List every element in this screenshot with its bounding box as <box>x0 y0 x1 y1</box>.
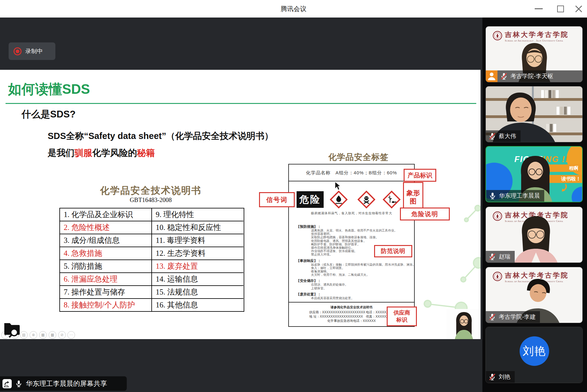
list-item: 使用防爆电器、通风、照明及其他设备。 <box>289 239 414 243</box>
list-item: 16. 其他信息 <box>152 299 243 311</box>
list-item: 上锁保管。 <box>289 287 414 290</box>
list-item: 11. 毒理学资料 <box>152 234 243 247</box>
participant-namebar: 华东理工李晨晨 <box>486 190 544 202</box>
list-item: 1. 化学品及企业标识 <box>60 208 151 221</box>
list-item: 在阴凉、通风良好处储存。 <box>289 283 414 286</box>
mic-on-icon <box>15 380 23 388</box>
participant-tile[interactable]: 蔡大伟 <box>485 86 583 142</box>
disposal-lines: 本品或其容器采用焚烧法处置。 <box>289 296 414 300</box>
address-line: 地 址：XXXXXXXXXXXXXXXXXXXX <box>309 315 363 319</box>
maximize-button[interactable] <box>553 0 567 18</box>
list-item: 7. 操作处置与储存 <box>60 286 151 299</box>
section-heading: 【安全储存】： <box>289 279 414 283</box>
flame-pictogram-icon <box>330 191 348 208</box>
label-sections: 【预防措施】： 远离热源、火花、明火、热表面。使用不产生火花的工具作业。保持容器… <box>289 222 414 300</box>
toolbar-card-icon[interactable]: ▦ <box>39 331 47 339</box>
annotation-supplier-id: 供应商标识 <box>387 307 417 326</box>
screen-share-stage: 录制中 如何读懂SDS 什么是SDS? SDS全称“Safety data sh… <box>0 18 482 392</box>
banner-chinese-text: 吉林大学考古学院 <box>505 30 580 39</box>
toolbar-video-off-icon[interactable]: ⊘ <box>58 331 66 339</box>
presenter-figure <box>450 311 477 339</box>
toolbar-board-icon[interactable]: ▩ <box>49 331 56 339</box>
label-divider <box>289 181 414 181</box>
screen-share-banner: 华东理工李晨晨的屏幕共享 <box>0 376 127 391</box>
participant-namebar: 考古学院-李天枢 <box>486 70 582 82</box>
list-item: 10. 稳定性和反应性 <box>152 221 243 234</box>
shared-slide: 如何读懂SDS 什么是SDS? SDS全称“Safety data sheet”… <box>0 70 481 339</box>
participant-name: 蔡大伟 <box>499 132 516 140</box>
mic-muted-icon <box>488 313 496 321</box>
storage-lines: 在阴凉、通风良好处储存。上锁保管。 <box>289 283 414 290</box>
safety-label-title: 化学品安全标签 <box>314 152 403 163</box>
window-title: 腾讯会议 <box>0 5 587 13</box>
recording-indicator[interactable]: 录制中 <box>9 42 55 60</box>
blue-circle-decor-small <box>572 187 583 202</box>
list-item: 6. 泄漏应急处理 <box>60 273 151 286</box>
sds-sections-table: 1. 化学品及企业标识2. 危险性概述3. 成分/组成信息4. 急救措施5. 消… <box>59 208 244 312</box>
response-lines: 如皮肤（或头发）接触：立即脱掉所有被污染的衣服。用水冲洗皮肤、淋浴。食入：催吐，… <box>289 263 414 277</box>
hazard-statement: 极易燃液体和蒸气，食入致死，对水生生物毒性非常大 <box>289 211 414 216</box>
participant-namebar: 蔡大伟 <box>486 130 521 142</box>
screen-share-icon <box>2 379 12 388</box>
title-divider <box>6 103 476 104</box>
list-item: 8. 接触控制/个人防护 <box>60 299 151 311</box>
minimize-icon <box>535 8 543 9</box>
list-item: 本品或其容器采用焚烧法处置。 <box>289 296 414 300</box>
participant-name: 华东理工李晨晨 <box>499 192 540 200</box>
sds-table-title: 化学品安全技术说明书 <box>55 184 246 197</box>
list-item: 14. 运输信息 <box>152 273 243 286</box>
list-item: 12. 生态学资料 <box>152 247 243 260</box>
participant-name: 考古学院-李天枢 <box>510 72 553 80</box>
label-divider <box>289 302 414 303</box>
list-item: 15. 法规信息 <box>152 286 243 299</box>
list-item: 9. 理化特性 <box>152 208 243 221</box>
sds-secret-line: 是我们驯服化学风险的秘籍 <box>48 147 155 159</box>
slide-question: 什么是SDS? <box>22 108 76 121</box>
list-item: 保持容器密闭。 <box>289 232 414 236</box>
mic-muted-icon <box>500 72 508 80</box>
presenter-webcam <box>447 309 481 339</box>
list-item: 如皮肤（或头发）接触：立即脱掉所有被污染的衣服。用水冲洗皮肤、淋浴。 <box>289 263 414 266</box>
participant-tile[interactable]: 吉林大学考古学院 School of Archaeology , Jilin U… <box>485 207 583 263</box>
maximize-icon <box>557 6 564 12</box>
mouse-cursor <box>334 181 341 191</box>
participant-name: 赵瑞 <box>499 253 510 261</box>
list-item: 采取防止静电措施，容器和接收设备接地、连接。 <box>289 236 414 239</box>
list-item: 5. 消防措施 <box>60 260 151 273</box>
toolbar-zoom-icon[interactable]: ⊕ <box>30 331 37 339</box>
participant-namebar: 考古学院-李建 <box>486 311 540 323</box>
participant-tile-active-speaker[interactable]: FIGHTING !! 程啊 读书啦！ 华东 <box>485 146 583 202</box>
section-heading: 【预防措施】： <box>289 224 414 229</box>
skull-crossbones-pictogram-icon <box>357 191 375 208</box>
participant-tile[interactable]: 吉林大学考古学院 School of Archaeology , Jilin U… <box>485 26 583 82</box>
university-seal-icon <box>493 271 502 281</box>
participant-name: 考古学院-李建 <box>499 313 536 321</box>
list-item: 3. 成分/组成信息 <box>60 234 151 247</box>
participant-name: 刘艳 <box>499 373 510 381</box>
annotation-precaution: 防范说明 <box>374 245 412 257</box>
presenter-role-icon <box>486 70 497 82</box>
close-button[interactable] <box>572 0 586 18</box>
product-name-row: 化学品名称 A组分：40%；B组分：60% <box>289 164 414 181</box>
close-icon <box>572 0 586 18</box>
fax-line: 传真：XXXXXX <box>366 315 389 319</box>
toolbar-more-icon[interactable]: ⋯ <box>67 331 75 339</box>
list-item: 收集泄漏物。 <box>289 270 414 273</box>
participants-sidebar: 吉林大学考古学院 School of Archaeology , Jilin U… <box>482 18 587 392</box>
minimize-button[interactable] <box>532 0 546 18</box>
section-heading: 【事故响应】： <box>289 259 414 263</box>
tencent-meeting-window: { "window": { "title": "腾讯会议", "controls… <box>0 0 587 392</box>
university-seal-icon <box>493 31 502 41</box>
participant-tile[interactable]: 刘艳 刘艳 <box>485 327 583 383</box>
folder-search-icon <box>3 319 22 338</box>
list-item: 2. 危险性概述 <box>60 221 151 234</box>
sds-table-right-column: 9. 理化特性10. 稳定性和反应性11. 毒理学资料12. 生态学资料13. … <box>152 208 243 311</box>
sds-table-subtitle: GBT16483-2008 <box>55 196 246 204</box>
list-item: 远离热源、火花、明火、热表面。使用不产生火花的工具作业。 <box>289 229 414 232</box>
mic-muted-icon <box>488 253 496 261</box>
recording-label: 录制中 <box>25 47 43 55</box>
participant-tile[interactable]: 吉林大学考古学院 School of Archaeology , Jilin U… <box>485 267 583 323</box>
supplier-line: 供应商：XXXXXXXXXXXXXXXXXXXX <box>309 310 365 315</box>
slide-title: 如何读懂SDS <box>8 80 90 98</box>
university-seal-icon <box>493 211 502 221</box>
